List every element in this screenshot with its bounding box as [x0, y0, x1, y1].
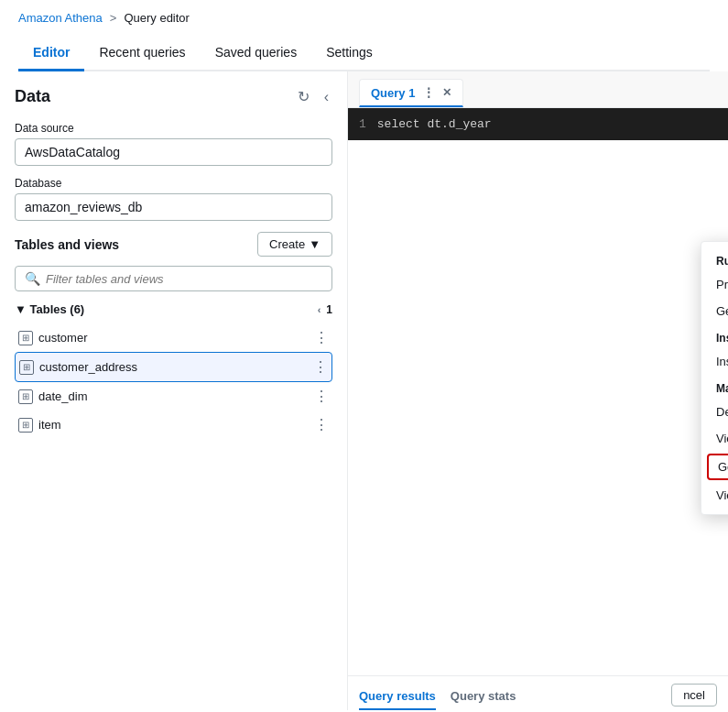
tab-recent-queries[interactable]: Recent queries	[84, 36, 200, 71]
table-row-left: ⊞ customer	[18, 331, 87, 345]
table-name: date_dim	[38, 389, 87, 403]
menu-item-delete-table[interactable]: Delete table	[701, 399, 728, 425]
create-dropdown-icon: ▼	[309, 237, 321, 251]
menu-section-run-query: Run query	[701, 247, 728, 271]
tab-saved-queries[interactable]: Saved queries	[201, 36, 312, 71]
table-menu-icon[interactable]: ⋮	[314, 416, 329, 433]
query-tab-dots[interactable]: ⋮	[422, 85, 435, 100]
panel-header: Data ↻ ‹	[15, 86, 332, 107]
panel-title: Data	[15, 87, 50, 106]
nav-arrow[interactable]: ‹	[318, 304, 321, 315]
table-row[interactable]: ⊞ date_dim ⋮	[15, 382, 332, 411]
query-tab-1[interactable]: Query 1 ⋮ ✕	[359, 79, 463, 107]
table-row[interactable]: ⊞ customer ⋮	[15, 323, 332, 352]
table-name: customer	[38, 331, 87, 345]
menu-section-insert: Insert	[701, 324, 728, 348]
table-row-left: ⊞ customer_address	[19, 360, 137, 375]
tables-nav: ‹ 1	[318, 303, 332, 316]
tab-settings[interactable]: Settings	[311, 36, 387, 71]
breadcrumb-separator: >	[110, 11, 117, 25]
bottom-tabs: Query results Query stats ncel	[348, 675, 728, 710]
table-icon: ⊞	[18, 389, 33, 404]
tables-label: Tables and views	[15, 237, 119, 252]
menu-section-manage: Manage	[701, 375, 728, 399]
menu-item-preview-table[interactable]: Preview Table	[701, 271, 728, 298]
table-icon: ⊞	[18, 331, 33, 345]
page-num: 1	[326, 303, 332, 316]
right-panel: Query 1 ⋮ ✕ 1 select dt.d_year Run query…	[348, 71, 728, 710]
tab-query-results[interactable]: Query results	[359, 684, 436, 710]
cancel-button[interactable]: ncel	[671, 684, 717, 707]
menu-item-generate-ddl[interactable]: Generate table DDL	[701, 298, 728, 324]
tab-bar: Editor Recent queries Saved queries Sett…	[18, 36, 710, 71]
code-area[interactable]: 1 select dt.d_year	[348, 108, 728, 140]
menu-item-insert-editor[interactable]: Insert into editor	[701, 348, 728, 375]
tables-section: ▼ Tables (6) ‹ 1	[15, 302, 332, 316]
table-row-highlighted[interactable]: ⊞ customer_address ⋮	[15, 352, 332, 382]
tables-section-label: ▼ Tables (6)	[15, 302, 84, 316]
breadcrumb: Amazon Athena > Query editor	[18, 11, 710, 25]
create-btn-label: Create	[269, 237, 305, 251]
tables-list: ⊞ customer ⋮ ⊞ customer_address ⋮ ⊞ date…	[15, 323, 332, 439]
menu-item-view-in-glue[interactable]: View in Glue ↗	[701, 482, 728, 509]
panel-icons: ↻ ‹	[294, 86, 332, 107]
table-menu-icon[interactable]: ⋮	[314, 388, 329, 405]
tab-query-stats[interactable]: Query stats	[451, 684, 516, 710]
data-source-value: AwsDataCatalog	[15, 138, 332, 166]
tables-header: Tables and views Create ▼	[15, 232, 332, 257]
breadcrumb-parent[interactable]: Amazon Athena	[18, 11, 103, 25]
table-icon: ⊞	[18, 418, 33, 433]
breadcrumb-current: Query editor	[124, 11, 190, 25]
data-source-label: Data source	[15, 122, 332, 135]
database-value: amazon_reviews_db	[15, 193, 332, 221]
menu-item-generate-statistics[interactable]: Generate statistics – new	[707, 454, 728, 480]
tab-editor[interactable]: Editor	[18, 36, 84, 71]
header: Amazon Athena > Query editor Editor Rece…	[0, 0, 728, 71]
query-tab-label: Query 1	[371, 86, 415, 100]
table-menu-icon[interactable]: ⋮	[313, 358, 328, 376]
search-box[interactable]: 🔍	[15, 266, 332, 291]
table-icon: ⊞	[19, 360, 34, 375]
table-menu-icon[interactable]: ⋮	[314, 329, 329, 346]
search-input[interactable]	[46, 272, 322, 286]
query-tabs: Query 1 ⋮ ✕	[348, 71, 728, 108]
code-text: select dt.d_year	[377, 117, 492, 131]
table-name: item	[38, 418, 61, 432]
table-row-left: ⊞ date_dim	[18, 389, 87, 404]
menu-item-view-properties[interactable]: View properties	[701, 425, 728, 452]
search-icon: 🔍	[25, 271, 40, 286]
line-number: 1	[359, 117, 366, 131]
left-panel: Data ↻ ‹ Data source AwsDataCatalog Data…	[0, 71, 348, 710]
query-tab-close[interactable]: ✕	[442, 86, 451, 99]
context-menu: Run query Preview Table Generate table D…	[701, 241, 728, 515]
create-button[interactable]: Create ▼	[257, 232, 332, 257]
main-layout: Data ↻ ‹ Data source AwsDataCatalog Data…	[0, 71, 728, 710]
table-name: customer_address	[39, 360, 137, 374]
database-label: Database	[15, 177, 332, 190]
refresh-icon[interactable]: ↻	[294, 86, 313, 107]
table-row[interactable]: ⊞ item ⋮	[15, 411, 332, 439]
table-row-left: ⊞ item	[18, 418, 61, 433]
back-icon[interactable]: ‹	[321, 87, 332, 107]
